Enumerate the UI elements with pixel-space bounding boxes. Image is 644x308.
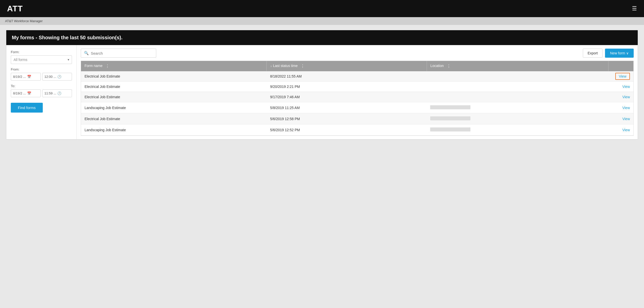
- cell-view-action: View: [608, 124, 633, 135]
- col-menu-last-status[interactable]: ⋮: [301, 64, 305, 69]
- to-date-value: 8/19/2 ...: [13, 91, 26, 95]
- cell-form-name: Landscaping Job Estimate: [81, 124, 267, 135]
- cell-last-status-time: 9/17/2019 7:46 AM: [267, 92, 427, 102]
- cell-view-action: View: [608, 92, 633, 102]
- cell-location: [427, 113, 608, 124]
- cell-view-action: View: [608, 82, 633, 92]
- calendar-icon-to: 📅: [27, 91, 31, 95]
- card-body: Form: All forms ▾ From: 8/19/2 ... 📅 12:…: [6, 45, 638, 139]
- cell-location: [427, 92, 608, 102]
- table-header-row: Form name ⋮ ↓ Last status time ⋮ Locatio…: [81, 61, 633, 71]
- cell-last-status-time: 8/18/2022 11:55 AM: [267, 71, 427, 82]
- cell-form-name: Landscaping Job Estimate: [81, 102, 267, 113]
- export-button[interactable]: Export: [583, 49, 602, 58]
- cell-last-status-time: 9/20/2019 2:21 PM: [267, 82, 427, 92]
- cell-location: [427, 124, 608, 135]
- cell-last-status-time: 5/6/2019 12:52 PM: [267, 124, 427, 135]
- to-time-input[interactable]: 11:59 ... 🕐: [42, 89, 72, 97]
- blurred-location: [430, 127, 470, 131]
- table-wrapper: Form name ⋮ ↓ Last status time ⋮ Locatio…: [81, 61, 634, 136]
- search-input[interactable]: [91, 51, 153, 55]
- main-card: My forms - Showing the last 50 submissio…: [6, 30, 638, 140]
- card-header: My forms - Showing the last 50 submissio…: [6, 30, 638, 45]
- breadcrumb: AT&T Workforce Manager: [0, 17, 644, 25]
- menu-icon[interactable]: ☰: [632, 5, 637, 12]
- col-last-status-time: ↓ Last status time ⋮: [267, 61, 427, 71]
- cell-form-name: Electrical Job Estimate: [81, 82, 267, 92]
- table-row: Landscaping Job Estimate5/8/2019 11:25 A…: [81, 102, 633, 113]
- from-date-input[interactable]: 8/19/2 ... 📅: [11, 73, 41, 81]
- from-time-input[interactable]: 12:00 ... 🕐: [42, 73, 72, 81]
- calendar-icon: 📅: [27, 75, 31, 79]
- search-box[interactable]: 🔍: [81, 49, 156, 58]
- form-dropdown-value: All forms: [14, 58, 27, 62]
- cell-location: [427, 71, 608, 82]
- table-row: Electrical Job Estimate8/18/2022 11:55 A…: [81, 71, 633, 82]
- form-dropdown[interactable]: All forms ▾: [11, 55, 72, 64]
- view-link[interactable]: View: [622, 85, 630, 89]
- main-content: My forms - Showing the last 50 submissio…: [0, 25, 644, 145]
- find-forms-button[interactable]: Find forms: [11, 103, 43, 113]
- cell-location: [427, 102, 608, 113]
- to-date-input[interactable]: 8/19/2 ... 📅: [11, 89, 41, 97]
- col-menu-location[interactable]: ⋮: [447, 64, 451, 69]
- to-date-row: 8/19/2 ... 📅 11:59 ... 🕐: [11, 89, 72, 97]
- cell-form-name: Electrical Job Estimate: [81, 92, 267, 102]
- col-form-name: Form name ⋮: [81, 61, 267, 71]
- cell-form-name: Electrical Job Estimate: [81, 113, 267, 124]
- chevron-down-icon: ▾: [68, 58, 69, 61]
- clock-icon-to: 🕐: [57, 91, 61, 95]
- table-row: Electrical Job Estimate5/6/2019 12:58 PM…: [81, 113, 633, 124]
- from-label: From:: [11, 67, 72, 71]
- from-date-row: 8/19/2 ... 📅 12:00 ... 🕐: [11, 73, 72, 81]
- left-panel: Form: All forms ▾ From: 8/19/2 ... 📅 12:…: [6, 45, 77, 139]
- blurred-location: [430, 116, 470, 120]
- toolbar-right: Export New form ∨: [583, 49, 634, 58]
- table-row: Landscaping Job Estimate5/6/2019 12:52 P…: [81, 124, 633, 135]
- top-nav: ATT ☰: [0, 0, 644, 17]
- to-label: To:: [11, 84, 72, 88]
- view-link[interactable]: View: [622, 128, 630, 132]
- forms-table: Form name ⋮ ↓ Last status time ⋮ Locatio…: [81, 61, 633, 135]
- view-link[interactable]: View: [615, 73, 630, 80]
- blurred-location: [430, 105, 470, 109]
- from-date-value: 8/19/2 ...: [13, 75, 26, 79]
- cell-view-action: View: [608, 71, 633, 82]
- col-actions: [608, 61, 633, 71]
- toolbar-row: 🔍 Export New form ∨: [81, 49, 634, 58]
- col-location: Location ⋮: [427, 61, 608, 71]
- cell-location: [427, 82, 608, 92]
- from-time-value: 12:00 ...: [45, 75, 56, 79]
- view-link[interactable]: View: [622, 106, 630, 110]
- cell-view-action: View: [608, 102, 633, 113]
- clock-icon: 🕐: [57, 75, 61, 79]
- right-panel: 🔍 Export New form ∨: [77, 45, 638, 139]
- app-title: ATT: [7, 4, 23, 13]
- table-row: Electrical Job Estimate9/17/2019 7:46 AM…: [81, 92, 633, 102]
- cell-view-action: View: [608, 113, 633, 124]
- col-menu-form-name[interactable]: ⋮: [105, 64, 109, 69]
- view-link[interactable]: View: [622, 117, 630, 121]
- cell-form-name: Electrical Job Estimate: [81, 71, 267, 82]
- table-row: Electrical Job Estimate9/20/2019 2:21 PM…: [81, 82, 633, 92]
- new-form-button[interactable]: New form ∨: [605, 49, 634, 58]
- view-link[interactable]: View: [622, 95, 630, 99]
- cell-last-status-time: 5/8/2019 11:25 AM: [267, 102, 427, 113]
- search-icon: 🔍: [84, 51, 89, 55]
- form-label: Form:: [11, 50, 72, 54]
- to-time-value: 11:59 ...: [45, 91, 56, 95]
- cell-last-status-time: 5/6/2019 12:58 PM: [267, 113, 427, 124]
